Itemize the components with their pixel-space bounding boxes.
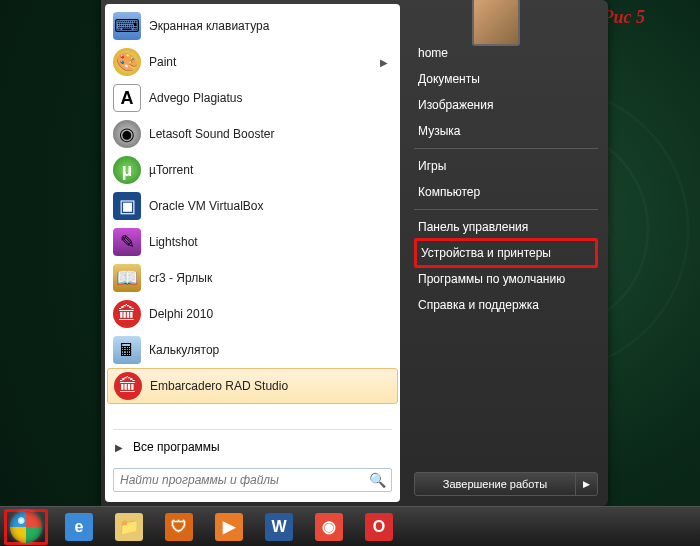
lightshot-icon: ✎ <box>113 228 141 256</box>
taskbar-item[interactable]: ◉ <box>305 510 353 544</box>
program-item[interactable]: µµTorrent <box>107 152 398 188</box>
program-item[interactable]: 🏛Delphi 2010 <box>107 296 398 332</box>
right-panel-item[interactable]: Изображения <box>414 92 598 118</box>
cr3-icon: 📖 <box>113 264 141 292</box>
right-panel-item[interactable]: Музыка <box>414 118 598 144</box>
word-icon: W <box>265 513 293 541</box>
keyboard-icon: ⌨ <box>113 12 141 40</box>
advego-icon: A <box>113 84 141 112</box>
figure-label: Рис 5 <box>603 7 646 28</box>
program-label: Paint <box>149 55 380 69</box>
ie-icon: e <box>65 513 93 541</box>
firewall-icon: 🛡 <box>165 513 193 541</box>
program-label: Embarcadero RAD Studio <box>150 379 391 393</box>
program-item[interactable]: ◉Letasoft Sound Booster <box>107 116 398 152</box>
letasoft-icon: ◉ <box>113 120 141 148</box>
search-row: 🔍 <box>107 462 398 498</box>
program-label: Калькулятор <box>149 343 392 357</box>
program-item[interactable]: ⌨Экранная клавиатура <box>107 8 398 44</box>
right-panel-item[interactable]: Устройства и принтеры <box>414 238 598 268</box>
program-label: µTorrent <box>149 163 392 177</box>
program-item[interactable]: ▣Oracle VM VirtualBox <box>107 188 398 224</box>
program-label: cr3 - Ярлык <box>149 271 392 285</box>
shutdown-button-group: Завершение работы ▶ <box>414 472 598 496</box>
wmp-icon: ▶ <box>215 513 243 541</box>
program-item[interactable]: 🏛Embarcadero RAD Studio <box>107 368 398 404</box>
shutdown-options-arrow[interactable]: ▶ <box>575 473 597 495</box>
program-item[interactable]: 🖩Калькулятор <box>107 332 398 368</box>
chevron-right-icon: ▶ <box>115 442 123 453</box>
program-item[interactable]: ✎Lightshot <box>107 224 398 260</box>
right-panel-item[interactable]: Справка и поддержка <box>414 292 598 318</box>
separator <box>414 209 598 210</box>
program-item[interactable]: AAdvego Plagiatus <box>107 80 398 116</box>
shutdown-label: Завершение работы <box>443 478 547 490</box>
right-panel-item[interactable]: Компьютер <box>414 179 598 205</box>
all-programs-button[interactable]: ▶ Все программы <box>107 432 398 462</box>
calculator-icon: 🖩 <box>113 336 141 364</box>
program-label: Advego Plagiatus <box>149 91 392 105</box>
search-input[interactable] <box>113 468 392 492</box>
separator <box>113 429 392 430</box>
chevron-right-icon: ▶ <box>380 57 388 68</box>
utorrent-icon: µ <box>113 156 141 184</box>
program-list: ⌨Экранная клавиатура🎨Paint▶AAdvego Plagi… <box>107 8 398 427</box>
virtualbox-icon: ▣ <box>113 192 141 220</box>
taskbar-item[interactable]: W <box>255 510 303 544</box>
taskbar-item[interactable]: e <box>55 510 103 544</box>
start-button[interactable] <box>4 509 48 545</box>
taskbar: e📁🛡▶W◉O <box>0 506 700 546</box>
delphi-icon: 🏛 <box>113 300 141 328</box>
taskbar-item[interactable]: 🛡 <box>155 510 203 544</box>
program-item[interactable]: 🎨Paint▶ <box>107 44 398 80</box>
program-label: Delphi 2010 <box>149 307 392 321</box>
chrome-icon: ◉ <box>315 513 343 541</box>
right-panel-item[interactable]: Панель управления <box>414 214 598 240</box>
windows-logo-icon <box>10 511 42 543</box>
right-panel-item[interactable]: Программы по умолчанию <box>414 266 598 292</box>
program-label: Lightshot <box>149 235 392 249</box>
taskbar-item[interactable]: 📁 <box>105 510 153 544</box>
user-picture[interactable] <box>472 0 520 46</box>
program-item[interactable]: 📖cr3 - Ярлык <box>107 260 398 296</box>
start-menu: ⌨Экранная клавиатура🎨Paint▶AAdvego Plagi… <box>101 0 608 506</box>
start-menu-left-panel: ⌨Экранная клавиатура🎨Paint▶AAdvego Plagi… <box>105 4 400 502</box>
taskbar-item[interactable]: ▶ <box>205 510 253 544</box>
opera-icon: O <box>365 513 393 541</box>
shutdown-button[interactable]: Завершение работы <box>415 473 575 495</box>
taskbar-item[interactable]: O <box>355 510 403 544</box>
search-icon[interactable]: 🔍 <box>369 472 386 488</box>
program-label: Экранная клавиатура <box>149 19 392 33</box>
start-menu-right-panel: homeДокументыИзображенияМузыкаИгрыКомпью… <box>400 0 608 506</box>
explorer-icon: 📁 <box>115 513 143 541</box>
all-programs-label: Все программы <box>133 440 220 454</box>
program-label: Oracle VM VirtualBox <box>149 199 392 213</box>
right-panel-item[interactable]: Документы <box>414 66 598 92</box>
right-panel-item[interactable]: Игры <box>414 153 598 179</box>
paint-icon: 🎨 <box>113 48 141 76</box>
program-label: Letasoft Sound Booster <box>149 127 392 141</box>
rad-studio-icon: 🏛 <box>114 372 142 400</box>
separator <box>414 148 598 149</box>
